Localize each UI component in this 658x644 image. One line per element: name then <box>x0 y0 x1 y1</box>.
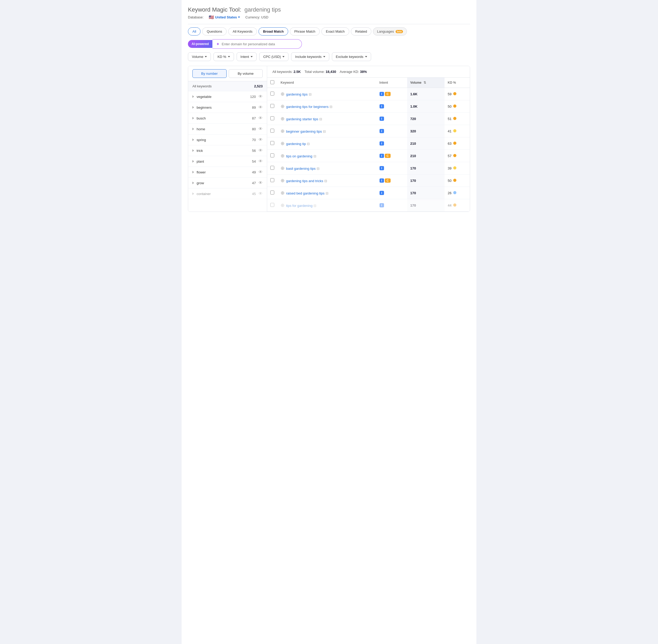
tab-languages[interactable]: Languages beta <box>373 27 407 36</box>
volume-filter[interactable]: Volume <box>188 52 211 61</box>
sidebar-item[interactable]: busch 87 👁 <box>188 113 267 124</box>
eye-icon[interactable]: 👁 <box>258 94 263 99</box>
exclude-keywords-filter[interactable]: Exclude keywords <box>332 52 371 61</box>
table-serp-icon[interactable]: ⊟ <box>319 117 322 121</box>
row-checkbox[interactable] <box>270 116 274 120</box>
eye-icon[interactable]: 👁 <box>258 191 263 196</box>
keyword-link[interactable]: gardening tips <box>286 92 308 96</box>
eye-icon[interactable]: 👁 <box>258 127 263 131</box>
keyword-link[interactable]: raised bed gardening tips <box>286 191 324 195</box>
sidebar-item[interactable]: flower 49 👁 <box>188 167 267 178</box>
table-row: ⊕gardening starter tips⊟I72051 <box>267 113 470 125</box>
tab-related[interactable]: Related <box>351 27 372 36</box>
sidebar-item[interactable]: beginners 89 👁 <box>188 102 267 113</box>
include-keywords-filter[interactable]: Include keywords <box>291 52 329 61</box>
eye-icon[interactable]: 👁 <box>258 159 263 164</box>
chevron-down-icon <box>205 56 207 58</box>
row-checkbox[interactable] <box>270 141 274 145</box>
table-serp-icon[interactable]: ⊟ <box>307 142 310 146</box>
keyword-link[interactable]: tips for gardening <box>286 204 312 208</box>
select-all-checkbox[interactable] <box>270 80 274 84</box>
table-serp-icon[interactable]: ⊟ <box>324 179 327 183</box>
table-serp-icon[interactable]: ⊟ <box>314 204 316 208</box>
kd-value: 39 <box>448 166 451 170</box>
keyword-link[interactable]: beginner gardening tips <box>286 130 322 133</box>
tab-all[interactable]: All <box>188 27 201 36</box>
tab-all-keywords[interactable]: All Keywords <box>228 27 257 36</box>
col-kd: KD % <box>445 78 470 88</box>
table-serp-icon[interactable]: ⊟ <box>323 130 326 133</box>
sidebar-item[interactable]: container 45 👁 <box>188 188 267 199</box>
main-content: By number By volume All keywords 2,523 v… <box>188 66 470 212</box>
table-serp-icon[interactable]: ⊟ <box>309 92 312 96</box>
eye-icon[interactable]: 👁 <box>258 137 263 142</box>
kd-cell: 59 <box>445 88 470 100</box>
row-checkbox[interactable] <box>270 104 274 108</box>
sort-by-number-btn[interactable]: By number <box>192 69 227 78</box>
intent-filter[interactable]: Intent <box>236 52 257 61</box>
keyword-link[interactable]: gardening starter tips <box>286 117 318 121</box>
eye-icon[interactable]: 👁 <box>258 170 263 175</box>
add-keyword-icon[interactable]: ⊕ <box>280 153 285 158</box>
row-checkbox[interactable] <box>270 154 274 157</box>
sidebar-item[interactable]: grow 47 👁 <box>188 178 267 188</box>
add-keyword-icon[interactable]: ⊕ <box>280 104 285 109</box>
row-checkbox[interactable] <box>270 92 274 95</box>
kd-filter[interactable]: KD % <box>213 52 234 61</box>
row-checkbox[interactable] <box>270 166 274 170</box>
tab-questions[interactable]: Questions <box>202 27 227 36</box>
sidebar-item[interactable]: plant 54 👁 <box>188 156 267 167</box>
eye-icon[interactable]: 👁 <box>258 148 263 153</box>
row-checkbox[interactable] <box>270 190 274 194</box>
keyword-link[interactable]: gardening tips for beginners <box>286 105 328 109</box>
row-checkbox[interactable] <box>270 178 274 182</box>
add-keyword-icon[interactable]: ⊕ <box>280 129 285 134</box>
row-checkbox[interactable] <box>270 203 274 207</box>
add-keyword-icon[interactable]: ⊕ <box>280 178 285 183</box>
tab-exact-match[interactable]: Exact Match <box>321 27 349 36</box>
eye-icon[interactable]: 👁 <box>258 105 263 110</box>
sort-by-volume-btn[interactable]: By volume <box>229 69 263 78</box>
table-serp-icon[interactable]: ⊟ <box>325 191 328 195</box>
ai-domain-input[interactable] <box>222 42 298 46</box>
cpc-filter[interactable]: CPC (USD) <box>259 52 289 61</box>
tab-broad-match[interactable]: Broad Match <box>258 27 288 36</box>
chevron-right-icon <box>192 117 194 119</box>
kd-value: 50 <box>448 179 451 183</box>
table-serp-icon[interactable]: ⊟ <box>317 167 319 170</box>
keyword-link[interactable]: basil gardening tips <box>286 167 316 170</box>
chevron-right-icon <box>192 182 194 184</box>
chevron-right-icon <box>192 138 194 141</box>
intent-cell: IC <box>377 175 407 187</box>
sidebar-item[interactable]: vegetable 120 👁 <box>188 91 267 102</box>
sidebar-item[interactable]: spring 70 👁 <box>188 135 267 145</box>
kd-dot <box>453 179 456 182</box>
keyword-link[interactable]: gardening tip <box>286 142 306 146</box>
kd-cell: 63 <box>445 137 470 150</box>
kd-value: 51 <box>448 117 451 121</box>
sidebar-all-keywords-row: All keywords 2,523 <box>188 81 267 91</box>
keyword-link[interactable]: gardening tips and tricks <box>286 179 323 183</box>
ai-input-wrapper[interactable]: ✦ <box>212 39 302 49</box>
tab-phrase-match[interactable]: Phrase Match <box>290 27 320 36</box>
table-serp-icon[interactable]: ⊟ <box>314 154 316 158</box>
eye-icon[interactable]: 👁 <box>258 181 263 185</box>
add-keyword-icon[interactable]: ⊕ <box>280 141 285 146</box>
sidebar-item[interactable]: home 80 👁 <box>188 124 267 135</box>
eye-icon[interactable]: 👁 <box>258 116 263 120</box>
sidebar-item[interactable]: trick 56 👁 <box>188 145 267 156</box>
add-keyword-icon[interactable]: ⊕ <box>280 91 285 97</box>
chevron-right-icon <box>192 171 194 174</box>
add-keyword-icon[interactable]: ⊕ <box>280 203 285 208</box>
chevron-right-icon <box>192 95 194 98</box>
kd-dot <box>453 92 456 95</box>
add-keyword-icon[interactable]: ⊕ <box>280 190 285 196</box>
col-intent: Intent <box>377 78 407 88</box>
row-checkbox[interactable] <box>270 129 274 133</box>
keyword-cell: ⊕gardening tips⊟ <box>277 88 377 100</box>
add-keyword-icon[interactable]: ⊕ <box>280 116 285 121</box>
add-keyword-icon[interactable]: ⊕ <box>280 165 285 171</box>
database-link[interactable]: 🇺🇸 United States <box>209 15 240 20</box>
table-serp-icon[interactable]: ⊟ <box>330 105 333 109</box>
keyword-link[interactable]: tips on gardening <box>286 154 312 158</box>
